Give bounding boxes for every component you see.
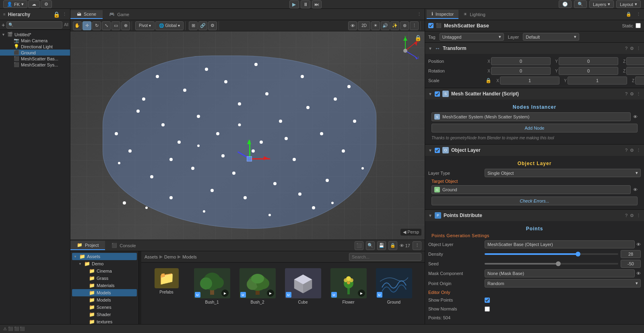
show-normals-checkbox[interactable] [485, 306, 490, 312]
inspector-lock-icon[interactable]: 🔒 [623, 12, 635, 17]
scale-x-input[interactable] [500, 77, 559, 85]
asset-item-bush1[interactable]: ▶ U Bush_1 [191, 267, 233, 306]
flower-play-btn[interactable]: ▶ [358, 290, 365, 297]
snap-settings-button[interactable]: ⚙ [208, 21, 217, 30]
seed-slider[interactable] [485, 263, 618, 265]
global-button[interactable]: 🌐 Global▾ [155, 21, 184, 30]
game-tab[interactable]: 🎮 Game [103, 10, 136, 19]
scale-y-input[interactable] [568, 77, 627, 85]
system-ref-eye-icon[interactable]: 👁 [633, 114, 638, 119]
project-options-button[interactable]: ⋮ [413, 241, 421, 250]
extra-button[interactable]: ⋮ [410, 21, 419, 30]
hierarchy-menu-icon[interactable]: ⋮ [62, 12, 67, 17]
account-button[interactable]: 👤 FK ▾ [3, 0, 27, 8]
pos-z-input[interactable] [626, 57, 644, 65]
transform-header[interactable]: ▼ ↔ Transform ? ⚙ ⋮ [425, 43, 644, 54]
object-layer-help-icon[interactable]: ? [625, 148, 627, 153]
lock-project-button[interactable]: 🔒 [388, 241, 397, 250]
rot-x-input[interactable] [491, 67, 551, 75]
step-button[interactable]: ⏭ [312, 0, 322, 8]
add-node-button[interactable]: Add Node [431, 124, 638, 132]
layers-dropdown[interactable]: Layers▾ [589, 0, 614, 8]
object-layer-header[interactable]: ▼ O Object Layer ? ⚙ ⋮ [425, 145, 644, 156]
rot-y-input[interactable] [559, 67, 618, 75]
asset-item-cube[interactable]: U Cube [282, 267, 324, 306]
bush2-play-btn[interactable]: ▶ [267, 290, 274, 297]
transform-help-icon[interactable]: ? [625, 46, 627, 51]
hierarchy-item-directional-light[interactable]: 💡 Directional Light [0, 43, 70, 50]
hierarchy-item-meshscatter-base[interactable]: ⬛ MeshScatter Bas... [0, 56, 70, 62]
scene-tab[interactable]: 🏔 Scene [70, 10, 103, 19]
inspector-tab[interactable]: ℹ Inspector [427, 10, 458, 19]
mask-eye-icon[interactable]: 👁 [636, 271, 641, 276]
lighting-tab[interactable]: ☀ Lighting [458, 10, 490, 19]
move-tool-button[interactable]: ✛ [83, 21, 91, 30]
persp-button[interactable]: 👁 [348, 21, 357, 30]
tree-item-ui[interactable]: 📁 textures [72, 318, 137, 324]
scale-tool-button[interactable]: ⤡ [102, 21, 111, 30]
density-slider[interactable] [485, 253, 618, 255]
hierarchy-item-main-camera[interactable]: 📷 Main Camera [0, 37, 70, 43]
snap-button[interactable]: 🔗 [198, 21, 207, 30]
hierarchy-item-meshscatter-system[interactable]: ⬛ MeshScatter Sys... [0, 62, 70, 68]
mesh-scatter-active-checkbox[interactable] [435, 91, 440, 97]
mesh-scatter-settings-icon[interactable]: ⚙ [630, 91, 634, 97]
pause-button[interactable]: ⏸ [301, 0, 310, 8]
add-hierarchy-button[interactable]: + [2, 22, 5, 28]
seed-slider-thumb[interactable] [556, 261, 561, 266]
gizmos-button[interactable]: ⊛ [400, 21, 409, 30]
points-layer-eye-icon[interactable]: 👁 [636, 242, 641, 247]
play-button[interactable]: ▶ [289, 0, 299, 8]
points-help-icon[interactable]: ? [625, 213, 627, 218]
search-button[interactable]: 🔍 [574, 0, 587, 8]
layout-dropdown[interactable]: Layout▾ [616, 0, 641, 8]
check-errors-button[interactable]: Check Errors... [431, 196, 638, 205]
hierarchy-item-ground[interactable]: ⬛ Ground [0, 50, 70, 56]
object-layer-active-checkbox[interactable] [435, 148, 440, 153]
cloud-button[interactable]: ☁ [28, 0, 40, 8]
tree-item-scenes[interactable]: 📁 Models [72, 296, 137, 304]
tree-item-models[interactable]: 📁 Models [72, 289, 137, 296]
tree-item-cinema[interactable]: 📁 Cinema [72, 267, 137, 275]
tree-item-assets[interactable]: ▼ 📁 Assets [72, 253, 137, 260]
fx-button[interactable]: ✨ [390, 21, 399, 30]
show-points-checkbox[interactable] [485, 298, 490, 303]
layer-type-dropdown[interactable]: Single Object ▾ [485, 169, 641, 177]
history-button[interactable]: 🕐 [559, 0, 572, 8]
project-tab[interactable]: 📁 Project [70, 241, 105, 250]
mesh-scatter-header[interactable]: ▼ S Mesh Scatter Handler (Script) ? ⚙ ⋮ [425, 88, 644, 99]
save-project-button[interactable]: 💾 [377, 241, 386, 250]
ground-ref-eye-icon[interactable]: 👁 [633, 187, 638, 192]
tree-item-demo[interactable]: ▼ 📁 Demo [72, 260, 137, 267]
inspector-menu-icon[interactable]: ⋮ [635, 12, 642, 17]
transform-tool-button[interactable]: ⊕ [121, 21, 130, 30]
grid-button[interactable]: ⊞ [189, 21, 198, 30]
favorites-button[interactable]: ⬛ [355, 241, 363, 250]
object-layer-menu-icon[interactable]: ⋮ [636, 148, 641, 153]
scene-options-icon[interactable]: ⋮ [414, 12, 425, 17]
scale-lock-icon[interactable]: 🔒 [485, 77, 492, 84]
transform-settings-icon[interactable]: ⚙ [630, 46, 634, 51]
tree-item-shader[interactable]: 📁 Scenes [72, 304, 137, 311]
layer-dropdown[interactable]: Default ▾ [523, 33, 579, 41]
rotate-tool-button[interactable]: ↻ [92, 21, 101, 30]
pos-y-input[interactable] [559, 57, 618, 65]
transform-menu-icon[interactable]: ⋮ [636, 46, 641, 51]
rect-tool-button[interactable]: ▭ [111, 21, 120, 30]
pos-x-input[interactable] [491, 57, 551, 65]
hierarchy-search[interactable]: 🔍 [6, 21, 62, 29]
static-checkbox[interactable] [636, 23, 641, 28]
points-distribute-header[interactable]: ▼ P Points Distribute ? ⚙ ⋮ [425, 210, 644, 221]
hierarchy-lock-icon[interactable]: 🔒 [53, 11, 60, 18]
density-input[interactable] [621, 250, 641, 258]
mesh-scatter-help-icon[interactable]: ? [625, 91, 627, 96]
bush1-play-btn[interactable]: ▶ [221, 290, 229, 297]
all-filter[interactable]: All [64, 23, 68, 27]
tree-item-grass[interactable]: 📁 Grass [72, 275, 137, 282]
mesh-scatter-menu-icon[interactable]: ⋮ [636, 91, 641, 97]
points-settings-icon[interactable]: ⚙ [630, 213, 634, 218]
scale-z-input[interactable] [635, 77, 644, 85]
lighting-button[interactable]: ☀ [371, 21, 380, 30]
asset-item-prefabs[interactable]: 📁 Prefabs [145, 267, 188, 306]
tree-item-textures[interactable]: 📁 Shader [72, 311, 137, 318]
